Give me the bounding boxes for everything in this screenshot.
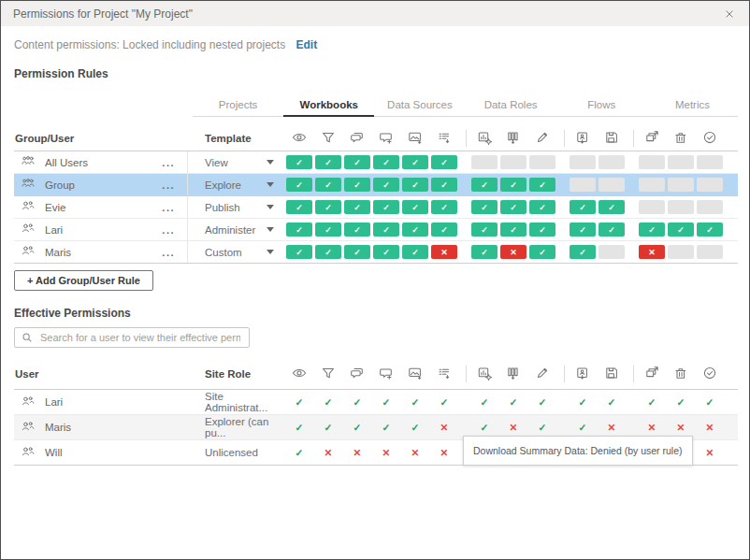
perm-cell-move[interactable] — [639, 155, 665, 169]
template-dropdown[interactable]: View — [188, 151, 286, 173]
rule-row-evie[interactable]: Evie...Publish✓✓✓✓✓✓✓✓✓✓✓ — [14, 196, 738, 219]
perm-cell-set-permissions[interactable] — [697, 155, 723, 169]
perm-cell-move[interactable]: ✓ — [639, 223, 665, 237]
template-dropdown[interactable]: Administer — [188, 219, 286, 240]
perm-cell-view-comments[interactable]: ✓ — [344, 155, 370, 169]
perm-cell-download-summary-data[interactable]: ✓ — [431, 223, 457, 237]
perm-cell-view[interactable]: ✓ — [286, 223, 312, 237]
perm-cell-web-edit[interactable] — [529, 155, 555, 169]
perm-cell-download-full-data[interactable]: ✓ — [500, 200, 526, 214]
perm-cell-overwrite[interactable]: ✓ — [599, 223, 625, 237]
rule-row-maris[interactable]: Maris...Custom✓✓✓✓✓✕✓✕✓✓✕ — [14, 241, 738, 264]
perm-cell-delete[interactable] — [668, 200, 694, 214]
perm-cell-web-edit[interactable]: ✓ — [529, 245, 555, 259]
perm-cell-view-comments[interactable]: ✓ — [344, 223, 370, 237]
search-input[interactable] — [38, 331, 242, 344]
perm-cell-overwrite[interactable] — [599, 245, 625, 259]
perm-cell-set-permissions[interactable] — [697, 178, 723, 192]
perm-cell-download-image-pdf[interactable]: ✓ — [402, 200, 428, 214]
perm-cell-download-workbook[interactable] — [570, 178, 596, 192]
perm-cell-download-summary-data[interactable]: ✓ — [431, 155, 457, 169]
perm-cell-web-edit[interactable]: ✓ — [529, 223, 555, 237]
perm-cell-download-summary-data[interactable]: ✓ — [431, 200, 457, 214]
close-icon[interactable] — [722, 7, 737, 22]
perm-cell-filter[interactable]: ✓ — [315, 178, 341, 192]
perm-cell-download-workbook[interactable] — [570, 155, 596, 169]
perm-cell-view[interactable]: ✓ — [286, 200, 312, 214]
template-dropdown[interactable]: Custom — [188, 241, 286, 263]
tab-data-sources[interactable]: Data Sources — [374, 95, 465, 116]
tab-data-roles[interactable]: Data Roles — [466, 95, 556, 116]
perm-cell-filter[interactable]: ✓ — [315, 200, 341, 214]
perm-cell-delete[interactable] — [668, 178, 694, 192]
perm-cell-delete[interactable]: ✓ — [668, 223, 694, 237]
row-actions-menu[interactable]: ... — [162, 204, 175, 211]
set-permissions-icon — [702, 130, 717, 147]
perm-cell-overwrite[interactable] — [599, 178, 625, 192]
perm-cell-set-permissions[interactable] — [697, 245, 723, 259]
perm-cell-set-permissions[interactable]: ✓ — [697, 223, 723, 237]
perm-cell-share-customized[interactable]: ✓ — [471, 200, 498, 214]
perm-cell-overwrite[interactable] — [599, 155, 625, 169]
perm-cell-delete[interactable] — [668, 245, 694, 259]
perm-cell-share-customized[interactable]: ✓ — [471, 178, 498, 192]
perm-cell-add-comments[interactable]: ✓ — [373, 200, 399, 214]
rule-row-lari[interactable]: Lari...Administer✓✓✓✓✓✓✓✓✓✓✓✓✓✓ — [14, 219, 738, 241]
row-actions-menu[interactable]: ... — [162, 159, 175, 166]
workbook-download-icon — [570, 366, 596, 382]
rule-row-group[interactable]: Group...Explore✓✓✓✓✓✓✓✓✓ — [14, 174, 738, 196]
perm-cell-view-comments[interactable]: ✓ — [344, 200, 370, 214]
template-dropdown[interactable]: Explore — [188, 174, 286, 195]
perm-cell-download-full-data[interactable]: ✓ — [500, 178, 526, 192]
perm-cell-add-comments[interactable]: ✓ — [373, 245, 399, 259]
perm-cell-filter[interactable]: ✓ — [315, 223, 341, 237]
perm-cell-overwrite[interactable]: ✓ — [599, 200, 625, 214]
rules-table-header: Group/User Template — [14, 125, 738, 151]
perm-cell-move[interactable] — [639, 200, 665, 214]
tab-projects[interactable]: Projects — [193, 95, 283, 116]
perm-cell-view[interactable]: ✓ — [286, 245, 312, 259]
rule-row-all-users[interactable]: All Users...View✓✓✓✓✓✓ — [14, 151, 738, 174]
perm-cell-download-full-data[interactable]: ✕ — [500, 245, 526, 259]
tab-flows[interactable]: Flows — [556, 95, 647, 116]
perm-cell-share-customized[interactable]: ✓ — [471, 223, 498, 237]
perm-cell-download-image-pdf[interactable]: ✓ — [402, 223, 428, 237]
perm-cell-download-workbook[interactable]: ✓ — [570, 200, 596, 214]
perm-cell-move[interactable] — [639, 178, 665, 192]
tab-workbooks[interactable]: Workbooks — [283, 95, 374, 117]
edit-link[interactable]: Edit — [296, 38, 318, 51]
perm-cell-set-permissions[interactable] — [697, 200, 723, 214]
perm-cell-download-full-data[interactable] — [500, 155, 526, 169]
perm-cell-share-customized[interactable]: ✓ — [471, 245, 498, 259]
perm-cell-download-summary-data[interactable]: ✓ — [431, 178, 457, 192]
row-actions-menu[interactable]: ... — [162, 226, 175, 234]
perm-cell-download-workbook[interactable]: ✓ — [570, 245, 596, 259]
perm-cell-download-image-pdf[interactable]: ✓ — [402, 245, 428, 259]
perm-cell-web-edit[interactable]: ✓ — [529, 200, 555, 214]
perm-cell-view[interactable]: ✓ — [286, 155, 312, 169]
perm-cell-view-comments[interactable]: ✓ — [344, 178, 370, 192]
perm-cell-download-summary-data[interactable]: ✕ — [431, 245, 457, 259]
perm-cell-download-image-pdf[interactable]: ✓ — [402, 178, 428, 192]
save-icon — [604, 130, 619, 147]
perm-cell-download-workbook[interactable]: ✓ — [570, 223, 596, 237]
perm-cell-move[interactable]: ✕ — [639, 245, 665, 259]
perm-cell-filter[interactable]: ✓ — [315, 155, 341, 169]
perm-cell-view[interactable]: ✓ — [286, 178, 312, 192]
tab-metrics[interactable]: Metrics — [647, 95, 738, 116]
perm-cell-add-comments[interactable]: ✓ — [373, 223, 399, 237]
perm-cell-add-comments[interactable]: ✓ — [373, 155, 399, 169]
perm-cell-download-full-data[interactable]: ✓ — [500, 223, 526, 237]
perm-cell-add-comments[interactable]: ✓ — [373, 178, 399, 192]
perm-cell-filter[interactable]: ✓ — [315, 245, 341, 259]
perm-cell-share-customized[interactable] — [471, 155, 498, 169]
row-actions-menu[interactable]: ... — [162, 249, 175, 256]
user-search-box — [14, 327, 250, 348]
perm-cell-web-edit[interactable]: ✓ — [529, 178, 555, 192]
row-actions-menu[interactable]: ... — [162, 181, 175, 189]
perm-cell-delete[interactable] — [668, 155, 694, 169]
add-group-user-rule-button[interactable]: + Add Group/User Rule — [14, 270, 153, 291]
perm-cell-view-comments[interactable]: ✓ — [344, 245, 370, 259]
template-dropdown[interactable]: Publish — [188, 196, 286, 218]
perm-cell-download-image-pdf[interactable]: ✓ — [402, 155, 428, 169]
